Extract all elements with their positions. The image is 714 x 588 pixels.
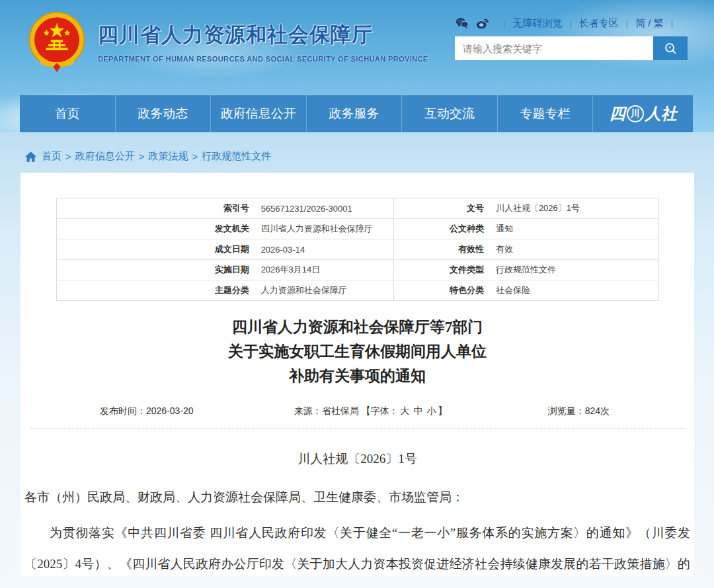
meta-label: 索引号: [56, 198, 255, 219]
header-right: | 无障碍浏览 | 长者专区 | 简 / 繁 |: [455, 16, 690, 60]
publish-label: 发布时间：: [100, 405, 146, 416]
dotted-divider: [30, 428, 685, 429]
simplified-traditional-link[interactable]: 简 / 繁: [635, 17, 664, 30]
meta-value: 2026-03-14: [255, 239, 394, 260]
meta-value: 人力资源和社会保障厅: [255, 280, 394, 301]
page: 四川省人力资源和社会保障厅 DEPARTMENT OF HUMAN RESOUR…: [0, 0, 714, 588]
views-value: 824次: [585, 405, 610, 416]
brand-circle-glyph: 川: [627, 105, 644, 122]
nav-item-news[interactable]: 政务动态: [115, 95, 211, 132]
meta-label: 实施日期: [56, 260, 255, 280]
source-label: 来源：: [294, 405, 322, 416]
font-size-small[interactable]: 小: [427, 405, 436, 416]
divider: |: [503, 19, 505, 28]
page-body: 首页 > 政府信息公开 > 政策法规 > 行政规范性文件 索引号 5656712…: [0, 132, 714, 588]
top-links: | 无障碍浏览 | 长者专区 | 简 / 繁 |: [455, 16, 690, 30]
nav-item-services[interactable]: 政务服务: [306, 95, 402, 132]
search-button[interactable]: [653, 36, 688, 60]
table-row: 索引号 565671231/2026-30001 文号 川人社规〔2026〕1号: [56, 198, 658, 219]
nav-item-home[interactable]: 首页: [20, 95, 115, 132]
breadcrumb-policies[interactable]: 政策法规: [149, 150, 188, 163]
source-and-font: 来源：省社保局 【字体：大中小】: [294, 405, 448, 417]
article-paragraph: 为贯彻落实《中共四川省委 四川省人民政府印发〈关于健全“一老一小”服务体系的实施…: [24, 517, 690, 588]
site-header: 四川省人力资源和社会保障厅 DEPARTMENT OF HUMAN RESOUR…: [0, 0, 714, 132]
senior-zone-link[interactable]: 长者专区: [579, 17, 619, 30]
addressee-line: 各市（州）民政局、财政局、人力资源社会保障局、卫生健康委、市场监管局：: [24, 488, 690, 507]
view-count: 浏览量：824次: [548, 405, 610, 417]
meta-label: 文号: [393, 198, 490, 219]
nav-item-interaction[interactable]: 互动交流: [401, 95, 497, 132]
title-line: 关于实施女职工生育休假期间用人单位: [20, 339, 694, 364]
meta-label: 主题分类: [56, 280, 255, 301]
sichuan-renshe-logo[interactable]: 四川人社: [592, 95, 693, 132]
breadcrumb: 首页 > 政府信息公开 > 政策法规 > 行政规范性文件: [0, 132, 714, 163]
meta-value: 行政规范性文件: [490, 260, 658, 280]
divider: |: [569, 19, 571, 28]
article-meta-row: 发布时间：2026-03-20 来源：省社保局 【字体：大中小】 浏览量：824…: [20, 405, 694, 417]
divider: |: [626, 19, 628, 28]
publish-time: 发布时间：2026-03-20: [100, 405, 194, 417]
national-emblem-logo: [26, 11, 87, 73]
home-icon[interactable]: [25, 151, 36, 162]
weibo-icon[interactable]: [475, 16, 490, 30]
views-label: 浏览量：: [548, 405, 585, 416]
main-nav: 首页 政务动态 政府信息公开 政务服务 互动交流 专题专栏 四川人社: [20, 95, 693, 132]
breadcrumb-separator: >: [139, 151, 145, 162]
meta-value: 川人社规〔2026〕1号: [490, 198, 658, 219]
breadcrumb-info-disclosure[interactable]: 政府信息公开: [75, 150, 135, 163]
table-row: 发文机关 四川省人力资源和社会保障厅 公文种类 通知: [56, 219, 658, 239]
document-meta-table: 索引号 565671231/2026-30001 文号 川人社规〔2026〕1号…: [56, 198, 659, 301]
title-line: 补助有关事项的通知: [20, 364, 694, 388]
font-size-medium[interactable]: 中: [414, 405, 423, 416]
meta-value: 2026年3月14日: [255, 260, 394, 280]
wechat-icon[interactable]: [455, 16, 469, 30]
breadcrumb-current[interactable]: 行政规范性文件: [202, 150, 271, 163]
site-brand[interactable]: 四川省人力资源和社会保障厅 DEPARTMENT OF HUMAN RESOUR…: [26, 11, 428, 73]
search-input[interactable]: [455, 36, 653, 60]
breadcrumb-separator: >: [192, 151, 198, 162]
divider: |: [671, 19, 673, 28]
meta-label: 成文日期: [56, 239, 255, 260]
meta-value: 四川省人力资源和社会保障厅: [255, 219, 394, 239]
meta-value: 565671231/2026-30001: [255, 198, 394, 219]
site-title: 四川省人力资源和社会保障厅: [98, 21, 428, 49]
breadcrumb-home[interactable]: 首页: [42, 150, 61, 163]
brand-suffix: 人社: [645, 103, 677, 124]
source-value: 省社保局: [322, 405, 359, 416]
document-card: 索引号 565671231/2026-30001 文号 川人社规〔2026〕1号…: [20, 173, 694, 576]
search-bar: [455, 36, 688, 60]
font-size-label: 【字体：: [362, 405, 399, 416]
table-row: 主题分类 人力资源和社会保障厅 特色分类 社会保险: [56, 280, 658, 301]
publish-date: 2026-03-20: [146, 405, 194, 416]
nav-item-info-disclosure[interactable]: 政府信息公开: [210, 95, 306, 132]
meta-label: 有效性: [393, 239, 490, 260]
meta-label: 发文机关: [56, 219, 255, 239]
table-row: 实施日期 2026年3月14日 文件类型 行政规范性文件: [56, 260, 658, 280]
title-line: 四川省人力资源和社会保障厅等7部门: [20, 315, 694, 339]
search-icon: [663, 41, 678, 56]
font-size-label-end: 】: [438, 405, 448, 416]
article-body: 各市（州）民政局、财政局、人力资源社会保障局、卫生健康委、市场监管局： 为贯彻落…: [20, 488, 694, 588]
meta-label: 特色分类: [393, 280, 490, 301]
table-row: 成文日期 2026-03-14 有效性 有效: [56, 239, 658, 260]
meta-value: 有效: [490, 239, 658, 260]
site-title-block: 四川省人力资源和社会保障厅 DEPARTMENT OF HUMAN RESOUR…: [98, 21, 428, 63]
nav-item-special-topics[interactable]: 专题专栏: [497, 95, 593, 132]
breadcrumb-separator: >: [65, 151, 71, 162]
brand-prefix: 四: [610, 103, 625, 124]
page-title: 四川省人力资源和社会保障厅等7部门 关于实施女职工生育休假期间用人单位 补助有关…: [20, 315, 694, 388]
meta-label: 公文种类: [393, 219, 490, 239]
meta-value: 社会保险: [490, 280, 658, 301]
document-number: 川人社规〔2026〕1号: [20, 450, 694, 468]
accessibility-link[interactable]: 无障碍浏览: [512, 17, 562, 30]
font-size-large[interactable]: 大: [401, 405, 410, 416]
meta-value: 通知: [490, 219, 658, 239]
site-subtitle: DEPARTMENT OF HUMAN RESOURCES AND SOCIAL…: [98, 55, 428, 63]
meta-label: 文件类型: [393, 260, 490, 280]
